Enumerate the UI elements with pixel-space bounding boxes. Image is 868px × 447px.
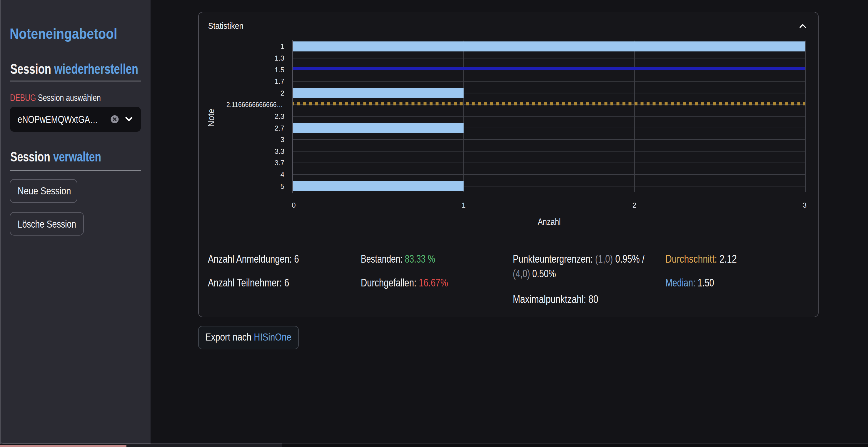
svg-text:4: 4 bbox=[280, 171, 284, 179]
svg-text:1.5: 1.5 bbox=[275, 66, 284, 74]
svg-text:5: 5 bbox=[280, 182, 284, 190]
svg-text:2: 2 bbox=[632, 201, 636, 209]
svg-text:3.3: 3.3 bbox=[275, 147, 284, 155]
svg-text:1.3: 1.3 bbox=[275, 54, 284, 62]
svg-text:1.7: 1.7 bbox=[275, 77, 284, 85]
svg-text:3.7: 3.7 bbox=[275, 159, 284, 167]
svg-text:Note: Note bbox=[207, 109, 216, 127]
svg-text:2.3: 2.3 bbox=[275, 112, 284, 120]
svg-text:3: 3 bbox=[280, 136, 284, 144]
svg-text:Anzahl: Anzahl bbox=[538, 217, 561, 227]
svg-text:3: 3 bbox=[803, 201, 807, 209]
svg-text:1: 1 bbox=[280, 42, 284, 50]
svg-text:2: 2 bbox=[280, 89, 284, 97]
svg-text:0: 0 bbox=[292, 201, 296, 209]
svg-text:2.7: 2.7 bbox=[275, 124, 284, 132]
svg-text:1: 1 bbox=[462, 201, 465, 209]
svg-text:2.1166666666666…: 2.1166666666666… bbox=[226, 100, 283, 109]
